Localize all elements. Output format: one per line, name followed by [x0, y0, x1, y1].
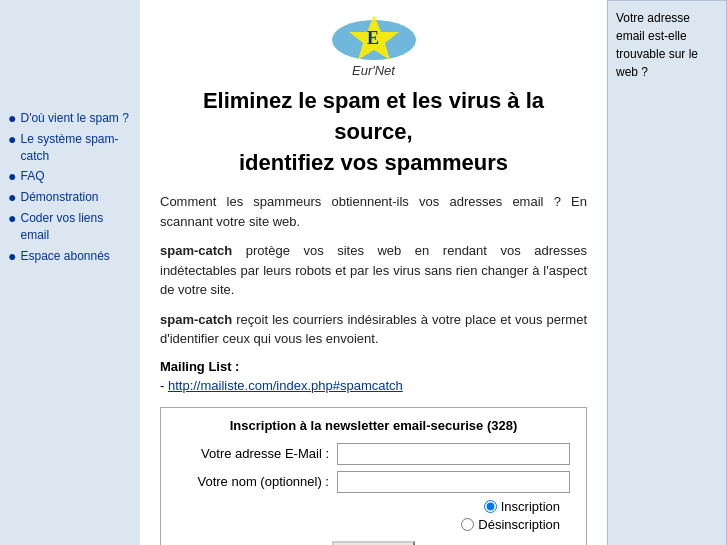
para2-bold: spam-catch — [160, 312, 232, 327]
name-input[interactable] — [337, 471, 570, 493]
sidebar-item-coder[interactable]: ● Coder vos liens email — [8, 210, 132, 244]
bullet-icon: ● — [8, 248, 16, 265]
bullet-icon: ● — [8, 210, 16, 227]
logo-container: E Eur'Net — [329, 10, 419, 78]
sidebar-item-spam-origin[interactable]: ● D'où vient le spam ? — [8, 110, 132, 127]
radio-inscription-row: Inscription — [484, 499, 560, 514]
sidebar-link-faq[interactable]: FAQ — [20, 168, 44, 185]
sidebar-link-abonnes[interactable]: Espace abonnés — [20, 248, 109, 265]
radio-desinscription-row: Désinscription — [461, 517, 560, 532]
name-row: Votre nom (optionnel) : — [177, 471, 570, 493]
para2: spam-catch reçoit les courriers indésira… — [160, 310, 587, 349]
logo-brand: Eur'Net — [352, 63, 395, 78]
mailing-link[interactable]: http://mailiste.com/index.php#spamcatch — [168, 378, 403, 393]
submit-button[interactable]: Valider — [332, 541, 416, 545]
sidebar-link-spam-catch[interactable]: Le système spam-catch — [20, 131, 132, 165]
bullet-icon: ● — [8, 110, 16, 127]
radio-desinscription[interactable] — [461, 518, 474, 531]
email-input[interactable] — [337, 443, 570, 465]
email-row: Votre adresse E-Mail : — [177, 443, 570, 465]
sidebar-item-spam-catch[interactable]: ● Le système spam-catch — [8, 131, 132, 165]
header-logo: E Eur'Net — [160, 0, 587, 86]
para1-bold: spam-catch — [160, 243, 232, 258]
para1: spam-catch protège vos sites web en rend… — [160, 241, 587, 300]
bullet-icon: ● — [8, 189, 16, 206]
sidebar-link-demo[interactable]: Démonstration — [20, 189, 98, 206]
intro-text: Comment les spammeurs obtiennent-ils vos… — [160, 192, 587, 231]
sidebar-item-abonnes[interactable]: ● Espace abonnés — [8, 248, 132, 265]
bullet-icon: ● — [8, 131, 16, 148]
radio-section: Inscription Désinscription — [177, 499, 570, 535]
mailing-section: Mailing List : - http://mailiste.com/ind… — [160, 359, 587, 393]
sidebar-nav: ● D'où vient le spam ? ● Le système spam… — [8, 110, 132, 268]
right-panel-text: Votre adresse email est-elle trouvable s… — [616, 11, 698, 79]
newsletter-title: Inscription à la newsletter email-securi… — [177, 418, 570, 433]
sidebar-link-coder[interactable]: Coder vos liens email — [20, 210, 132, 244]
sidebar-item-demo[interactable]: ● Démonstration — [8, 189, 132, 206]
svg-text:E: E — [367, 28, 379, 48]
sidebar-item-faq[interactable]: ● FAQ — [8, 168, 132, 185]
radio-inscription[interactable] — [484, 500, 497, 513]
mailing-prefix: - — [160, 378, 168, 393]
bullet-icon: ● — [8, 168, 16, 185]
logo-graphic: E — [329, 10, 419, 65]
right-panel: Votre adresse email est-elle trouvable s… — [607, 0, 727, 545]
page-title: Eliminez le spam et les virus à la sourc… — [160, 86, 587, 178]
sidebar: ● D'où vient le spam ? ● Le système spam… — [0, 0, 140, 545]
submit-row: Valider — [177, 541, 570, 545]
radio-desinscription-label: Désinscription — [478, 517, 560, 532]
hero-title: Eliminez le spam et les virus à la sourc… — [160, 86, 587, 178]
mailing-label: Mailing List : — [160, 359, 587, 374]
main-content: E Eur'Net Eliminez le spam et les virus … — [140, 0, 607, 545]
email-label: Votre adresse E-Mail : — [177, 446, 337, 461]
mailing-link-row: - http://mailiste.com/index.php#spamcatc… — [160, 378, 587, 393]
sidebar-link-spam-origin[interactable]: D'où vient le spam ? — [20, 110, 128, 127]
radio-inscription-label: Inscription — [501, 499, 560, 514]
name-label: Votre nom (optionnel) : — [177, 474, 337, 489]
newsletter-box: Inscription à la newsletter email-securi… — [160, 407, 587, 545]
